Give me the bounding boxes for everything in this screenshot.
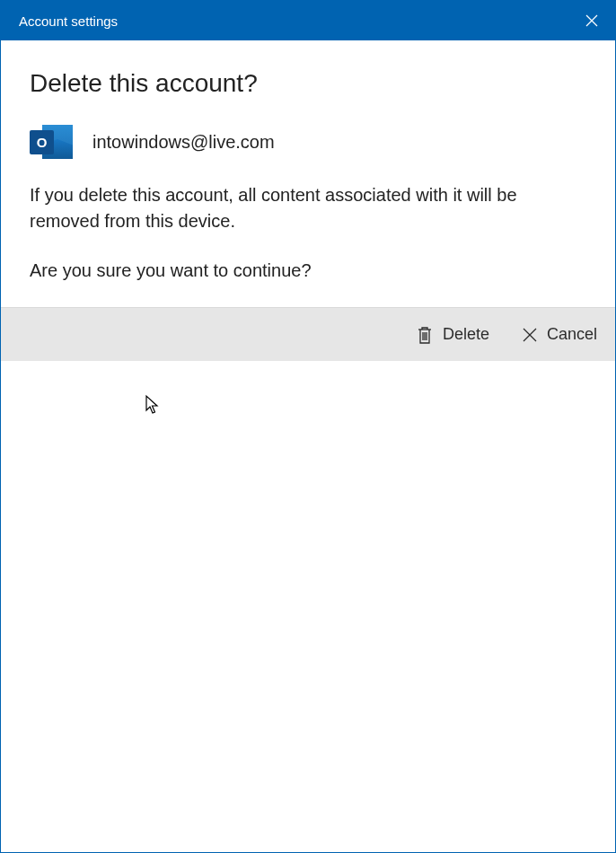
warning-text: If you delete this account, all content … bbox=[30, 182, 559, 234]
mouse-cursor-icon bbox=[145, 394, 161, 419]
cancel-button[interactable]: Cancel bbox=[518, 320, 601, 349]
page-heading: Delete this account? bbox=[30, 69, 588, 98]
account-email: intowindows@live.com bbox=[92, 132, 275, 153]
titlebar: Account settings bbox=[1, 1, 616, 40]
footer: Delete Cancel bbox=[1, 307, 616, 361]
cancel-button-label: Cancel bbox=[547, 325, 597, 344]
delete-button[interactable]: Delete bbox=[412, 320, 493, 350]
content-area: Delete this account? O intowindows@live.… bbox=[1, 40, 616, 284]
account-row: O intowindows@live.com bbox=[30, 123, 588, 161]
close-button[interactable] bbox=[567, 1, 616, 40]
outlook-icon-badge: O bbox=[30, 130, 54, 154]
outlook-icon: O bbox=[30, 123, 73, 161]
close-icon bbox=[522, 327, 538, 343]
confirm-text: Are you sure you want to continue? bbox=[30, 258, 559, 284]
titlebar-title: Account settings bbox=[19, 13, 118, 29]
trash-icon bbox=[416, 325, 434, 345]
delete-button-label: Delete bbox=[443, 325, 489, 344]
close-icon bbox=[585, 14, 598, 27]
